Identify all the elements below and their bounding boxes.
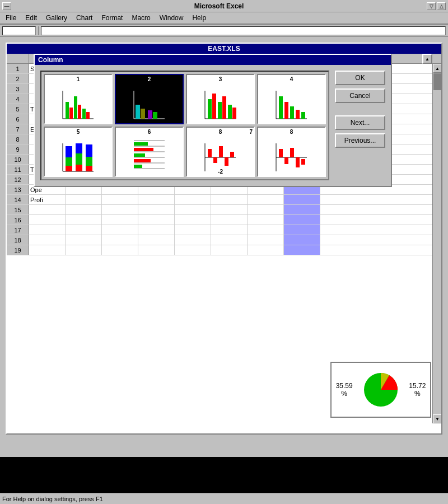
previous-button[interactable]: Previous... <box>335 133 385 148</box>
row-number: 1 <box>7 64 29 73</box>
svg-rect-4 <box>74 96 77 119</box>
scroll-up-btn[interactable]: ▲ <box>433 64 441 73</box>
cell[interactable] <box>138 235 175 245</box>
cell[interactable] <box>211 245 248 255</box>
cell[interactable] <box>29 205 66 214</box>
chart-option-7[interactable]: 8 -2 7 <box>186 127 255 177</box>
menu-window[interactable]: Window <box>155 13 188 23</box>
menu-edit[interactable]: Edit <box>21 13 41 23</box>
cell[interactable] <box>175 245 211 255</box>
cell[interactable] <box>175 235 211 245</box>
maximize-button[interactable]: △ <box>437 2 446 10</box>
cell[interactable]: Profi <box>29 195 66 204</box>
svg-rect-49 <box>134 159 151 162</box>
cell[interactable] <box>175 215 211 225</box>
cell[interactable] <box>284 235 320 245</box>
cell[interactable] <box>102 225 138 235</box>
cell[interactable] <box>175 225 211 235</box>
row-number: 14 <box>7 195 29 204</box>
chart-option-6[interactable]: 6 <box>115 127 184 177</box>
chart-option-2-num: 2 <box>148 76 151 82</box>
cell[interactable] <box>211 215 248 225</box>
table-row[interactable]: 16 <box>7 215 441 225</box>
next-button[interactable]: Next... <box>335 115 385 130</box>
cell[interactable] <box>102 245 138 255</box>
cell[interactable] <box>248 235 284 245</box>
scroll-corner-btn[interactable]: ▲ <box>422 54 432 64</box>
cell-reference-box[interactable] <box>2 26 36 35</box>
cancel-button[interactable]: Cancel <box>335 88 385 103</box>
cell[interactable] <box>284 225 320 235</box>
menu-format[interactable]: Format <box>97 13 127 23</box>
cell[interactable] <box>138 205 175 214</box>
cell[interactable] <box>66 215 102 225</box>
cell[interactable] <box>175 195 211 204</box>
chart-6-svg <box>131 138 167 174</box>
chart-option-5[interactable]: 5 <box>44 127 113 177</box>
cell[interactable] <box>211 225 248 235</box>
formula-divider <box>38 26 39 35</box>
cell[interactable] <box>102 195 138 204</box>
pie-chart-area: 35.59 % 15.72 % <box>330 362 431 418</box>
cell[interactable] <box>248 225 284 235</box>
table-row[interactable]: 17 <box>7 225 441 235</box>
cell[interactable] <box>248 245 284 255</box>
cell[interactable] <box>248 195 284 204</box>
chart-option-6-num: 6 <box>148 129 151 135</box>
chart-option-1[interactable]: 1 <box>44 74 113 124</box>
cell[interactable] <box>29 245 66 255</box>
menu-chart[interactable]: Chart <box>72 13 97 23</box>
cell[interactable] <box>29 225 66 235</box>
formula-input[interactable] <box>41 26 446 35</box>
chart-option-4[interactable]: 4 <box>257 74 326 124</box>
menu-help[interactable]: Help <box>188 13 211 23</box>
minimize-button[interactable]: ▽ <box>427 2 436 10</box>
menu-bar: File Edit Gallery Chart Format Macro Win… <box>0 12 448 25</box>
svg-rect-21 <box>232 108 236 119</box>
cell[interactable] <box>102 235 138 245</box>
table-row[interactable]: 19 <box>7 245 441 255</box>
system-menu-button[interactable]: — <box>2 2 11 10</box>
cell[interactable] <box>175 205 211 214</box>
menu-gallery[interactable]: Gallery <box>41 13 72 23</box>
chart-option-2[interactable]: 2 <box>115 74 184 124</box>
cell[interactable] <box>284 215 320 225</box>
cell[interactable] <box>66 195 102 204</box>
cell[interactable] <box>29 235 66 245</box>
vertical-scrollbar[interactable]: ▲ ▼ <box>432 64 441 423</box>
cell[interactable] <box>102 215 138 225</box>
svg-rect-63 <box>296 157 300 167</box>
scroll-thumb-v[interactable] <box>433 73 441 90</box>
cell[interactable] <box>138 245 175 255</box>
cell[interactable] <box>138 195 175 204</box>
table-row[interactable]: 18 <box>7 235 441 245</box>
cell[interactable] <box>284 195 320 204</box>
row-number: 18 <box>7 235 29 245</box>
cell[interactable] <box>102 205 138 214</box>
cell[interactable] <box>248 215 284 225</box>
cell[interactable] <box>29 215 66 225</box>
cell[interactable] <box>138 225 175 235</box>
chart-3-svg <box>202 85 239 122</box>
cell[interactable] <box>138 215 175 225</box>
cell[interactable] <box>211 235 248 245</box>
row-number: 8 <box>7 134 29 144</box>
cell[interactable] <box>66 245 102 255</box>
menu-file[interactable]: File <box>1 13 21 23</box>
menu-macro[interactable]: Macro <box>127 13 155 23</box>
spreadsheet-title: EAST.XLS <box>7 44 441 54</box>
cell[interactable] <box>248 205 284 214</box>
table-row[interactable]: 14Profi <box>7 195 441 205</box>
chart-option-3[interactable]: 3 <box>186 74 255 124</box>
ok-button[interactable]: OK <box>335 71 385 85</box>
cell[interactable] <box>284 205 320 214</box>
cell[interactable] <box>211 195 248 204</box>
cell[interactable] <box>66 205 102 214</box>
cell[interactable] <box>211 205 248 214</box>
chart-option-8[interactable]: 8 <box>257 127 326 177</box>
scroll-down-btn[interactable]: ▼ <box>433 414 441 423</box>
cell[interactable] <box>284 245 320 255</box>
cell[interactable] <box>66 225 102 235</box>
table-row[interactable]: 15 <box>7 205 441 215</box>
cell[interactable] <box>66 235 102 245</box>
